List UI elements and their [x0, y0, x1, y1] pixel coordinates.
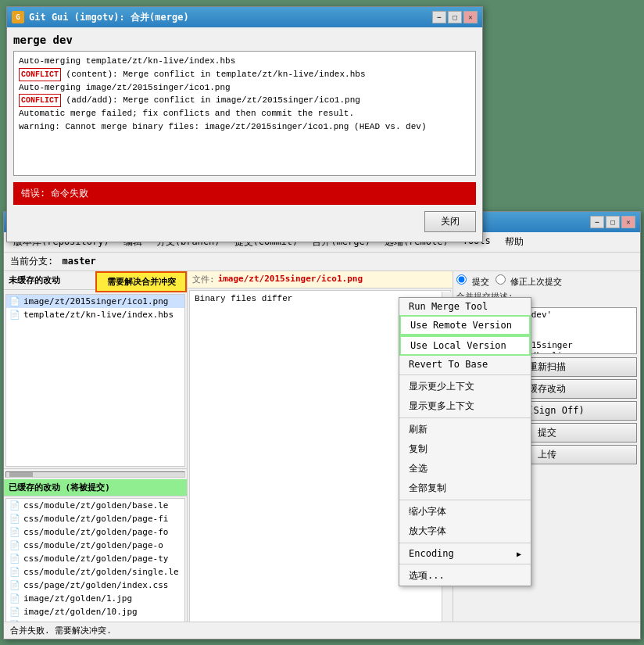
main-close-button[interactable]: ✕	[621, 216, 635, 228]
menu-help[interactable]: 帮助	[499, 234, 530, 250]
diff-text: Binary files differ	[195, 294, 292, 303]
ctx-font-smaller[interactable]: 缩小字体	[399, 502, 531, 521]
file-name-1: template/zt/kn-live/index.hbs	[23, 310, 174, 320]
ctx-use-local-label: Use Local Version	[410, 340, 506, 351]
file-label: 文件:	[192, 274, 215, 285]
modal-heading: merge dev	[13, 34, 476, 46]
ctx-use-remote-label: Use Remote Version	[410, 320, 512, 331]
hscrollbar-track	[5, 471, 185, 478]
file-icon-0: 📄	[9, 296, 20, 306]
diff-file-name: image/zt/2015singer/ico1.png	[218, 274, 363, 285]
modal-maximize-button[interactable]: □	[448, 11, 462, 23]
main-body: 未缓存的改动 需要解决合并冲突 📄 image/zt/2015singer/ic…	[4, 271, 640, 636]
output-line-3: Auto-merging image/zt/2015singer/ico1.pn…	[19, 81, 470, 95]
ctx-options[interactable]: 选项...	[399, 566, 531, 586]
error-bar: 错误: 命令失败	[13, 182, 476, 205]
staged-icon-3: 📄	[9, 540, 20, 550]
staged-icon-7: 📄	[9, 593, 20, 604]
staged-name-4: css/module/zt/golden/page-ty	[23, 554, 168, 564]
ctx-copy-label: 复制	[409, 443, 428, 456]
ctx-font-larger[interactable]: 放大字体	[399, 521, 531, 541]
staged-file-5[interactable]: 📄 css/module/zt/golden/single.le	[6, 565, 184, 579]
output-line-6: warning: Cannot merge binary files: imag…	[19, 120, 470, 134]
close-button[interactable]: 关闭	[424, 211, 476, 232]
ctx-encoding-arrow: ▶	[517, 550, 521, 558]
modal-content: merge dev Auto-merging template/zt/kn-li…	[7, 27, 482, 242]
staged-icon-4: 📄	[9, 554, 20, 564]
unstaged-file-list: 📄 image/zt/2015singer/ico1.png 📄 templat…	[5, 294, 185, 467]
staged-file-6[interactable]: 📄 css/page/zt/golden/index.css	[6, 579, 184, 592]
modal-close-button[interactable]: ✕	[463, 11, 478, 23]
staged-file-2[interactable]: 📄 css/module/zt/golden/page-fo	[6, 525, 184, 539]
main-minimize-button[interactable]: −	[590, 216, 604, 228]
ctx-copy-all-label: 全部复制	[409, 482, 446, 495]
ctx-divider-3	[399, 500, 531, 500]
branch-name: master	[62, 256, 95, 267]
ctx-encoding-label: Encoding	[409, 548, 454, 559]
ctx-divider-5	[399, 564, 531, 564]
staged-file-3[interactable]: 📄 css/module/zt/golden/page-o	[6, 539, 184, 552]
ctx-refresh[interactable]: 刷新	[399, 420, 531, 439]
unstaged-file-1[interactable]: 📄 template/zt/kn-live/index.hbs	[6, 308, 184, 321]
unstaged-file-0[interactable]: 📄 image/zt/2015singer/ico1.png	[6, 295, 184, 308]
diff-file-header: 文件: image/zt/2015singer/ico1.png	[188, 271, 453, 288]
ctx-revert-base-label: Revert To Base	[409, 359, 488, 370]
ctx-encoding[interactable]: Encoding ▶	[399, 545, 531, 562]
unstaged-hscrollbar[interactable]	[4, 468, 187, 479]
staged-name-7: image/zt/golden/1.jpg	[23, 593, 132, 604]
ctx-copy[interactable]: 复制	[399, 439, 531, 459]
staged-file-1[interactable]: 📄 css/module/zt/golden/page-fi	[6, 512, 184, 525]
ctx-use-remote[interactable]: Use Remote Version	[399, 315, 531, 335]
conflict-badge-1: CONFLICT	[19, 68, 61, 81]
conflict-section: 需要解决合并冲突	[95, 271, 187, 292]
conflict-header: 需要解决合并冲突	[95, 271, 187, 292]
context-menu: Run Merge Tool Use Remote Version Use Lo…	[399, 297, 531, 586]
main-titlebar-buttons: − □ ✕	[590, 216, 635, 228]
modal-window: G Git Gui (imgotv): 合并(merge) − □ ✕ merg…	[6, 6, 483, 242]
modal-title: Git Gui (imgotv): 合并(merge)	[29, 11, 428, 24]
ctx-divider-1	[399, 374, 531, 375]
ctx-show-more-label: 显示更多上下文	[409, 400, 474, 413]
radio-commit[interactable]	[456, 274, 467, 285]
ctx-font-larger-label: 放大字体	[409, 525, 446, 538]
main-maximize-button[interactable]: □	[606, 216, 620, 228]
radio-amend-label[interactable]: 修正上次提交	[496, 274, 563, 288]
ctx-refresh-label: 刷新	[409, 423, 428, 436]
branch-status-bar: 当前分支: master	[4, 253, 640, 271]
staged-icon-5: 📄	[9, 567, 20, 577]
ctx-font-smaller-label: 缩小字体	[409, 505, 446, 518]
ctx-select-all[interactable]: 全选	[399, 459, 531, 478]
ctx-show-less-label: 显示更少上下文	[409, 380, 474, 393]
ctx-revert-base[interactable]: Revert To Base	[399, 356, 531, 373]
ctx-copy-all[interactable]: 全部复制	[399, 478, 531, 498]
hscrollbar-thumb[interactable]	[9, 472, 33, 477]
staged-file-4[interactable]: 📄 css/module/zt/golden/page-ty	[6, 552, 184, 565]
staged-name-6: css/page/zt/golden/index.css	[23, 580, 168, 590]
bottom-status-bar: 合并失败. 需要解决冲突.	[4, 622, 640, 639]
ctx-use-local[interactable]: Use Local Version	[399, 335, 531, 356]
modal-app-icon: G	[12, 11, 24, 23]
ctx-show-less[interactable]: 显示更少上下文	[399, 377, 531, 396]
staged-file-7[interactable]: 📄 image/zt/golden/1.jpg	[6, 592, 184, 605]
staged-header: 已缓存的改动 (将被提交)	[4, 479, 187, 496]
staged-file-0[interactable]: 📄 css/module/zt/golden/base.le	[6, 499, 184, 512]
file-icon-1: 📄	[9, 310, 20, 320]
ctx-run-merge-tool[interactable]: Run Merge Tool	[399, 298, 531, 315]
branch-label: 当前分支:	[10, 256, 53, 267]
ctx-show-more[interactable]: 显示更多上下文	[399, 396, 531, 416]
staged-name-0: css/module/zt/golden/base.le	[23, 500, 168, 511]
merge-output: Auto-merging template/zt/kn-live/index.h…	[13, 51, 476, 176]
radio-commit-label[interactable]: 提交	[456, 274, 489, 288]
main-window: G Git Gui (imgotv) E:/work/imgotv − □ ✕ …	[3, 211, 641, 640]
status-text: 合并失败. 需要解决冲突.	[10, 625, 112, 636]
staged-icon-0: 📄	[9, 500, 20, 511]
conflict-badge-2: CONFLICT	[19, 94, 61, 107]
staged-icon-8: 📄	[9, 607, 20, 617]
staged-name-1: css/module/zt/golden/page-fi	[23, 514, 168, 524]
staged-file-8[interactable]: 📄 image/zt/golden/10.jpg	[6, 605, 184, 618]
modal-minimize-button[interactable]: −	[432, 11, 446, 23]
output-line-4: CONFLICT (add/add): Merge conflict in im…	[19, 94, 470, 107]
file-name-0: image/zt/2015singer/ico1.png	[23, 296, 168, 306]
radio-amend[interactable]	[496, 274, 506, 285]
modal-footer: 关闭	[13, 205, 476, 235]
